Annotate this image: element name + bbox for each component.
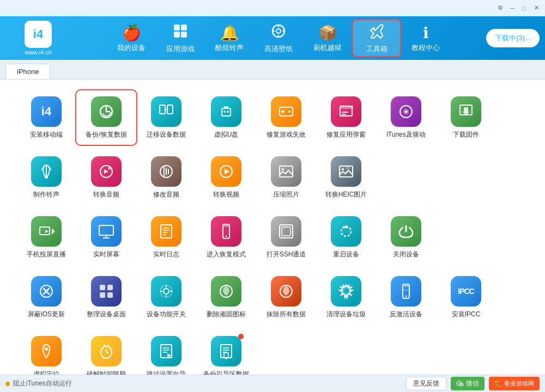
virtual-usb-icon (211, 96, 241, 127)
tool-label-screen-cast: 手机投屏直播 (27, 250, 66, 259)
nav-item-my-device[interactable]: 🍎 我的设备 (107, 19, 156, 57)
tool-recovery-mode[interactable]: 进入恢复模式 (196, 210, 256, 265)
tool-label-itunes-driver: iTunes及驱动 (386, 130, 426, 139)
tool-download-firmware[interactable]: 下载固件 (436, 90, 496, 145)
window-controls: ⚙ ─ □ ✕ (496, 4, 541, 13)
tool-block-ios-update[interactable]: 屏蔽iOS更新 (16, 270, 76, 324)
tool-label-erase-all: 抹除所有数据 (267, 310, 306, 319)
tool-virtual-usb[interactable]: 虚拟U盘 (196, 90, 256, 145)
tool-backup-restore[interactable]: 备份/恢复数据 (76, 90, 136, 145)
feedback-button[interactable]: 意见反馈 (406, 377, 446, 390)
svg-rect-1 (181, 24, 187, 30)
tab-iphone[interactable]: iPhone (5, 64, 50, 79)
nav-item-tutorial[interactable]: ℹ 教程中心 (401, 19, 450, 57)
tool-screen-cast[interactable]: 手机投屏直播 (16, 210, 76, 265)
tool-label-install-mobile: 安装移动端 (30, 130, 63, 139)
tool-label-convert-heic: 转换HEIC图片 (325, 190, 367, 199)
tool-label-open-ssh: 打开SSH通道 (267, 250, 306, 259)
tool-label-realtime-screen: 实时屏幕 (93, 250, 119, 259)
tool-fix-game[interactable]: 修复游戏失效 (256, 90, 316, 145)
title-bar: ⚙ ─ □ ✕ (0, 0, 545, 16)
svg-point-71 (164, 289, 169, 294)
tool-label-make-ringtone: 制作铃声 (33, 190, 59, 199)
tool-realtime-log[interactable]: 实时日志 (136, 210, 196, 265)
tool-label-clean-junk: 清理设备垃圾 (326, 310, 366, 319)
convert-heic-icon: H (331, 156, 361, 187)
nav-item-apps-games[interactable]: 应用游戏 (156, 19, 205, 57)
tool-remove-stubborn[interactable]: 删除顽固图标 (196, 270, 256, 324)
tool-restart-device[interactable]: 重启设备 (316, 210, 376, 265)
tool-label-virtual-location: 虚拟定位 (33, 370, 59, 375)
wechat-icon (456, 380, 464, 388)
svg-rect-2 (174, 32, 180, 38)
my-device-icon: 🍎 (122, 24, 141, 42)
nav-label-jailbreak: 刷机越狱 (313, 43, 342, 53)
tool-shutdown-device[interactable]: 关闭设备 (376, 210, 436, 265)
tool-erase-all[interactable]: 抹除所有数据 (256, 270, 316, 324)
tool-label-break-time-limit: 破解时间限额 (87, 370, 126, 375)
tool-label-remove-stubborn: 删除顽固图标 (207, 310, 246, 319)
tool-convert-audio[interactable]: 转换音频 (76, 150, 136, 205)
tool-label-compress-photo: 压缩照片 (273, 190, 299, 199)
download-button[interactable]: 下载中(3)... (486, 29, 540, 47)
spring-logo-icon: 🐛 (494, 380, 502, 387)
svg-rect-92 (221, 345, 232, 358)
tool-install-ipcc[interactable]: IPCC 安装IPCC (436, 270, 496, 324)
tool-itunes-driver[interactable]: iTunes及驱动 (376, 90, 436, 145)
badge-red (238, 334, 244, 339)
spring-site-label: 春蚕游戏网 (504, 379, 534, 388)
tool-fix-app[interactable]: ! 修复应用弹窗 (316, 90, 376, 145)
deactivate-icon (391, 276, 421, 307)
device-functions-icon (151, 276, 181, 307)
wechat-area[interactable]: 微信 (451, 377, 485, 390)
tool-convert-heic[interactable]: H 转换HEIC图片 (316, 150, 376, 205)
nav-items: 🍎 我的设备 应用游戏 🔔 酷炫铃声 高清壁纸 📦 刷机越狱 (71, 19, 486, 57)
tool-compress-photo[interactable]: 压缩照片 (256, 150, 316, 205)
svg-point-102 (462, 384, 462, 384)
backup-bootloader-icon (211, 336, 241, 366)
download-firmware-icon (451, 96, 481, 127)
nav-item-toolbox[interactable]: 工具箱 (352, 19, 401, 57)
svg-point-23 (288, 111, 290, 113)
tool-realtime-screen[interactable]: 实时屏幕 (76, 210, 136, 265)
status-left: 阻止iTunes自动运行 (5, 379, 72, 388)
tool-edit-audio[interactable]: 修改音频 (136, 150, 196, 205)
nav-label-wallpaper: 高清壁纸 (264, 44, 293, 54)
tool-convert-video[interactable]: 转换视频 (196, 150, 256, 205)
recovery-mode-icon (211, 216, 241, 247)
svg-rect-43 (280, 166, 293, 177)
tool-organize-desktop[interactable]: 整理设备桌面 (76, 270, 136, 324)
virtual-location-icon (31, 336, 62, 366)
convert-audio-icon (91, 156, 122, 187)
tool-install-mobile[interactable]: i4 安装移动端 (16, 90, 76, 145)
minimize-icon[interactable]: ─ (508, 4, 517, 13)
nav-item-jailbreak[interactable]: 📦 刷机越狱 (303, 19, 352, 57)
tool-device-functions[interactable]: 设备功能开关 (136, 270, 196, 324)
tool-label-virtual-usb: 虚拟U盘 (214, 130, 239, 139)
spring-site[interactable]: 🐛 春蚕游戏网 (489, 377, 540, 390)
tool-label-backup-bootloader: 备份引导区数据 (203, 370, 249, 375)
block-ios-update-icon (31, 276, 62, 307)
svg-point-101 (461, 384, 462, 384)
tool-skip-setup[interactable]: 跳过设置向导 (136, 330, 196, 375)
tool-open-ssh[interactable]: 打开SSH通道 (256, 210, 316, 265)
tool-virtual-location[interactable]: 虚拟定位 (16, 330, 76, 375)
maximize-icon[interactable]: □ (520, 4, 529, 13)
svg-point-46 (342, 168, 344, 170)
tool-make-ringtone[interactable]: 制作铃声 (16, 150, 76, 205)
svg-rect-27 (340, 106, 352, 109)
tool-migrate-data[interactable]: 迁移设备数据 (136, 90, 196, 145)
clean-junk-icon (331, 276, 361, 307)
tool-clean-junk[interactable]: 清理设备垃圾 (316, 270, 376, 324)
settings-icon[interactable]: ⚙ (496, 4, 505, 13)
tool-backup-bootloader[interactable]: 备份引导区数据 (196, 330, 256, 375)
tool-deactivate[interactable]: 反激活设备 (376, 270, 436, 324)
close-icon[interactable]: ✕ (532, 4, 541, 13)
nav-item-ringtones[interactable]: 🔔 酷炫铃声 (205, 19, 254, 57)
tool-label-realtime-log: 实时日志 (153, 250, 179, 259)
tool-label-skip-setup: 跳过设置向导 (147, 370, 186, 375)
nav-item-wallpaper[interactable]: 高清壁纸 (254, 19, 303, 57)
tool-break-time-limit[interactable]: 破解时间限额 (76, 330, 136, 375)
compress-photo-icon (271, 156, 301, 187)
tool-row-1: i4 安装移动端 备份/恢复数据 迁移设备数据 虚拟U盘 (16, 90, 529, 145)
